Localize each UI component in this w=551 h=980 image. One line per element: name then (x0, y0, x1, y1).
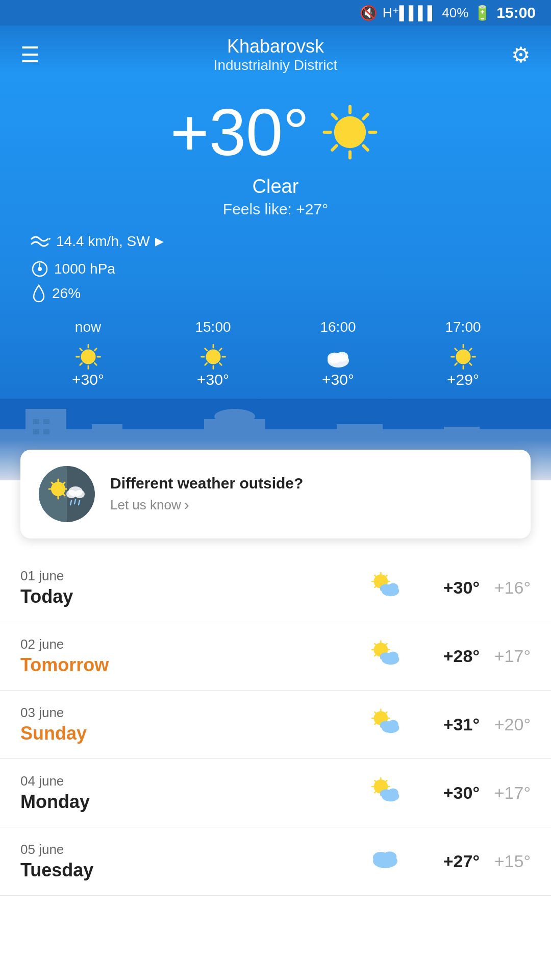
app-header: ☰ Khabarovsk Industrialniy District ⚙ (0, 26, 551, 74)
hourly-temp-1600: +30° (322, 371, 354, 388)
forecast-row-tomorrow[interactable]: 02 june Tomorrow +2 (0, 622, 551, 691)
pressure-value: 1000 hPa (54, 261, 115, 277)
hourly-time-1700: 17:00 (445, 319, 481, 335)
forecast-low-tuesday: +15° (480, 851, 531, 871)
forecast-row-tuesday[interactable]: 05 june Tuesday +27° +15° (0, 827, 551, 896)
svg-line-40 (469, 363, 471, 365)
svg-marker-9 (49, 238, 51, 240)
forecast-icon-today (367, 569, 403, 606)
svg-point-22 (206, 349, 220, 364)
svg-line-41 (469, 349, 471, 351)
svg-line-18 (80, 349, 82, 351)
svg-line-19 (94, 363, 96, 365)
let-us-know-text[interactable]: Let us know (110, 497, 181, 513)
pressure-icon (31, 260, 49, 278)
svg-point-33 (336, 352, 348, 362)
forecast-row-sunday[interactable]: 03 june Sunday +31° (0, 691, 551, 759)
svg-point-11 (38, 267, 42, 271)
hourly-item-now: now +30° (26, 314, 151, 394)
svg-line-102 (374, 712, 376, 714)
svg-line-117 (374, 791, 376, 793)
weather-main-section: +30° Clear Feels like: +27° 14. (0, 74, 551, 399)
humidity-icon (31, 283, 47, 304)
forecast-low-monday: +17° (480, 783, 531, 803)
forecast-date-col-tomorrow: 02 june Tomorrow (20, 636, 367, 676)
hourly-item-1500: 15:00 +30° (151, 314, 276, 394)
svg-line-114 (374, 780, 376, 782)
hourly-item-1700: 17:00 +29° (400, 314, 525, 394)
hourly-grid: now +30° (20, 314, 531, 394)
svg-line-90 (374, 644, 376, 645)
forecast-low-today: +16° (480, 578, 531, 598)
svg-point-69 (74, 490, 85, 498)
battery-icon: 🔋 (473, 5, 491, 21)
hourly-time-1500: 15:00 (195, 319, 231, 335)
forecast-high-sunday: +31° (418, 715, 480, 734)
svg-line-30 (205, 363, 207, 365)
forecast-row-monday[interactable]: 04 june Monday +30° (0, 759, 551, 827)
hourly-temp-now: +30° (72, 371, 104, 388)
feedback-title: Different weather outside? (110, 475, 512, 492)
forecast-icon-tuesday (367, 843, 403, 880)
forecast-low-tomorrow: +17° (480, 646, 531, 666)
mute-icon: 🔇 (360, 5, 378, 21)
hourly-icon-1700 (449, 342, 478, 371)
svg-line-6 (364, 145, 368, 150)
forecast-icon-sunday (367, 706, 403, 743)
feels-like: Feels like: +27° (20, 201, 531, 218)
sun-icon (319, 102, 381, 163)
forecast-low-sunday: +20° (480, 715, 531, 734)
wind-direction-arrow: ▶ (155, 235, 164, 248)
weather-condition: Clear (20, 176, 531, 198)
svg-line-92 (385, 644, 387, 645)
forecast-row-today[interactable]: 01 june Today +30° (0, 554, 551, 622)
current-temperature: +30° (170, 94, 310, 170)
signal-icon: H⁺▌▌▌▌ (383, 5, 437, 21)
forecast-date-tuesday: 05 june (20, 842, 367, 857)
forecast-date-col-tuesday: 05 june Tuesday (20, 842, 367, 881)
humidity-value: 26% (52, 285, 81, 302)
menu-icon[interactable]: ☰ (20, 42, 40, 67)
pressure-stat: 1000 hPa (31, 260, 115, 278)
forecast-high-tomorrow: +28° (418, 646, 480, 666)
humidity-stat: 26% (31, 283, 81, 304)
svg-line-7 (364, 114, 368, 118)
feedback-chevron: › (184, 496, 189, 513)
city-name: Khabarovsk (214, 36, 338, 57)
hourly-time-1600: 16:00 (320, 319, 356, 335)
forecast-high-monday: +30° (418, 783, 480, 803)
svg-line-29 (219, 349, 221, 351)
forecast-icon-tomorrow (367, 638, 403, 675)
svg-line-104 (385, 712, 387, 714)
svg-point-123 (383, 851, 396, 862)
hourly-time-now: now (75, 319, 101, 335)
forecast-list: 01 june Today +30° (0, 554, 551, 896)
forecast-date-monday: 04 june (20, 773, 367, 789)
hourly-icon-1500 (199, 342, 228, 371)
svg-line-5 (332, 114, 336, 118)
svg-point-34 (456, 349, 470, 364)
feedback-card[interactable]: Different weather outside? Let us know › (20, 450, 531, 538)
svg-line-28 (219, 363, 221, 365)
temperature-row: +30° (20, 84, 531, 176)
forecast-high-tuesday: +27° (418, 851, 480, 871)
svg-point-96 (388, 651, 398, 660)
battery-percent: 40% (442, 5, 468, 21)
location-display: Khabarovsk Industrialniy District (214, 36, 338, 74)
forecast-day-monday: Monday (20, 791, 367, 813)
svg-line-27 (205, 349, 207, 351)
svg-line-20 (94, 349, 96, 351)
forecast-day-tomorrow: Tomorrow (20, 654, 367, 676)
svg-point-0 (334, 116, 366, 148)
weather-stats-row3: 26% (20, 283, 531, 314)
settings-icon[interactable]: ⚙ (511, 42, 531, 67)
forecast-high-today: +30° (418, 578, 480, 598)
feedback-link[interactable]: Let us know › (110, 496, 512, 513)
feedback-icon (39, 466, 95, 522)
svg-rect-58 (43, 429, 49, 434)
clock: 15:00 (496, 4, 536, 21)
wind-icon (31, 234, 51, 249)
svg-rect-49 (214, 409, 255, 424)
svg-point-120 (388, 788, 398, 797)
svg-line-42 (455, 363, 457, 365)
